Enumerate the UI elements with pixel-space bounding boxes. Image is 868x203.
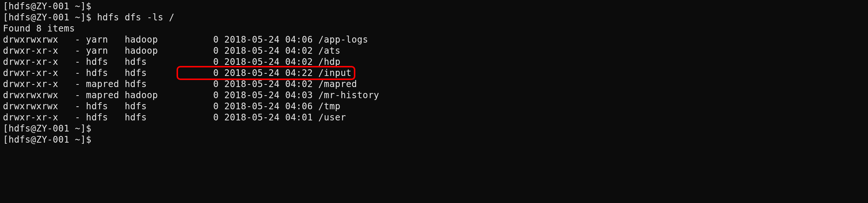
ls-row: drwxr-xr-x - mapred hdfs 0 2018-05-24 04…	[3, 79, 865, 90]
found-items: Found 8 items	[3, 23, 865, 34]
ls-row: drwxrwxrwx - mapred hadoop 0 2018-05-24 …	[3, 90, 865, 101]
ls-row: drwxr-xr-x - hdfs hdfs 0 2018-05-24 04:0…	[3, 56, 865, 67]
ls-row: drwxr-xr-x - hdfs hdfs 0 2018-05-24 04:0…	[3, 112, 865, 123]
command-text: hdfs dfs -ls /	[97, 12, 174, 23]
prompt-line-empty2: [hdfs@ZY-001 ~]$	[3, 123, 865, 134]
prompt-line-ls: [hdfs@ZY-001 ~]$ hdfs dfs -ls /	[3, 12, 865, 23]
prompt-line-empty3: [hdfs@ZY-001 ~]$	[3, 134, 865, 145]
prompt-line-empty1: [hdfs@ZY-001 ~]$	[3, 1, 865, 12]
terminal[interactable]: [hdfs@ZY-001 ~]$ [hdfs@ZY-001 ~]$ hdfs d…	[0, 0, 868, 145]
shell-prompt: [hdfs@ZY-001 ~]$	[3, 134, 97, 145]
ls-row: drwxr-xr-x - hdfs hdfs 0 2018-05-24 04:2…	[3, 67, 865, 79]
ls-row: drwxr-xr-x - yarn hadoop 0 2018-05-24 04…	[3, 45, 865, 56]
shell-prompt: [hdfs@ZY-001 ~]$	[3, 12, 97, 23]
shell-prompt: [hdfs@ZY-001 ~]$	[3, 123, 97, 134]
shell-prompt: [hdfs@ZY-001 ~]$	[3, 1, 97, 11]
ls-row: drwxrwxrwx - yarn hadoop 0 2018-05-24 04…	[3, 34, 865, 45]
ls-row: drwxrwxrwx - hdfs hdfs 0 2018-05-24 04:0…	[3, 101, 865, 112]
